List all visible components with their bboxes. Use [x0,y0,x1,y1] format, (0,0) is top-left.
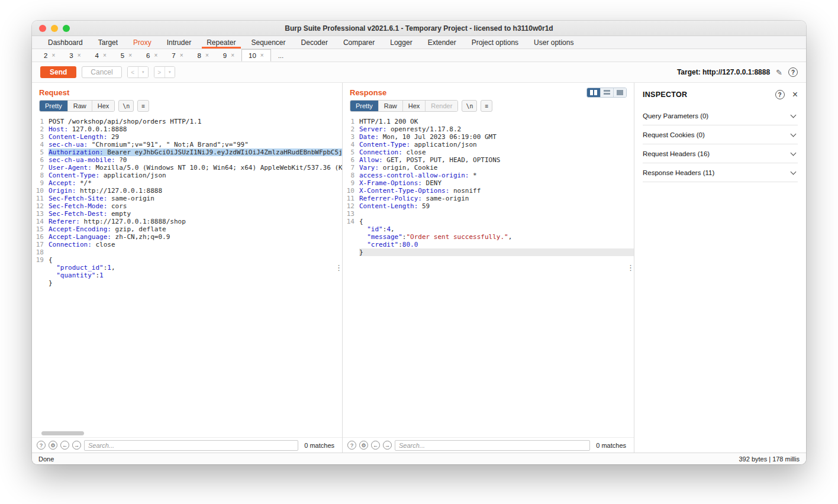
cancel-button[interactable]: Cancel [82,66,121,78]
menu-tab-project-options[interactable]: Project options [464,36,526,49]
search-previous-icon[interactable]: ← [60,441,69,450]
close-tab-icon[interactable]: × [103,52,107,59]
menu-tab-comparer[interactable]: Comparer [336,36,382,49]
search-settings-icon[interactable]: ⚙ [49,441,57,450]
response-view-tab-pretty[interactable]: Pretty [350,101,379,111]
code-text: HTTP/1.1 200 OK [359,118,634,125]
menu-tab-proxy[interactable]: Proxy [125,36,159,49]
code-text: { [359,218,634,225]
line-number: 2 [32,125,49,133]
request-view-tab-hex[interactable]: Hex [92,101,115,111]
history-back-dropdown-icon[interactable]: ▾ [138,67,148,77]
repeater-tab-8[interactable]: 8× [191,49,216,62]
code-segment: Vary: [359,164,379,172]
inspector-section-request-cookies[interactable]: Request Cookies (0) [643,125,798,144]
response-view-tab-raw[interactable]: Raw [379,101,403,111]
repeater-tab-2[interactable]: 2× [37,49,62,62]
code-text: Content-Type: application/json [49,172,342,179]
menu-tab-logger[interactable]: Logger [382,36,420,49]
menu-tab-extender[interactable]: Extender [420,36,464,49]
repeater-tab-overflow[interactable]: ... [271,49,291,62]
repeater-tab-10[interactable]: 10× [241,49,271,62]
request-newline-toggle[interactable]: \n [118,100,134,112]
layout-tabs-button[interactable] [613,88,626,97]
request-panel: Request PrettyRawHex \n ≡ 1POST /worksho… [32,83,342,453]
response-inspector-divider[interactable]: ⋮ [634,83,634,453]
response-search-input[interactable] [395,440,590,451]
search-next-icon[interactable]: → [383,441,392,450]
close-tab-icon[interactable]: × [51,52,55,59]
resize-grip-icon[interactable]: ⋮ [627,265,634,271]
search-help-icon[interactable]: ? [37,441,46,450]
request-search-input[interactable] [84,440,298,451]
chevron-down-icon [791,131,797,137]
resize-grip-icon[interactable]: ⋮ [335,265,343,271]
code-segment: zh-CN,zh;q=0.9 [111,233,170,241]
history-forward-dropdown-icon[interactable]: ▾ [165,67,175,77]
close-window-button[interactable] [39,25,46,32]
repeater-tab-4[interactable]: 4× [88,49,114,62]
menu-tab-target[interactable]: Target [91,36,125,49]
inspector-section-query-parameters[interactable]: Query Parameters (0) [643,106,798,125]
line-number: 13 [343,210,359,218]
window-title: Burp Suite Professional v2021.6.1 - Temp… [285,24,553,33]
code-segment: "message" [359,233,402,241]
menu-tab-repeater[interactable]: Repeater [199,36,243,49]
response-view-tab-hex[interactable]: Hex [403,101,426,111]
close-tab-icon[interactable]: × [205,52,209,59]
inspector-close-icon[interactable]: × [792,90,798,99]
request-response-divider[interactable]: ⋮ [342,83,343,453]
response-newline-toggle[interactable]: \n [462,100,477,112]
repeater-tab-9[interactable]: 9× [216,49,241,62]
code-segment: Sec-Fetch-Site: [49,195,107,202]
close-tab-icon[interactable]: × [154,52,157,59]
inspector-section-request-headers[interactable]: Request Headers (16) [643,144,798,163]
request-view-tab-pretty[interactable]: Pretty [40,101,68,111]
search-help-icon[interactable]: ? [347,441,356,450]
menu-tab-user-options[interactable]: User options [526,36,581,49]
request-horizontal-scrollbar[interactable] [41,431,84,435]
request-editor[interactable]: 1POST /workshop/api/shop/orders HTTP/1.1… [32,116,342,437]
send-button[interactable]: Send [40,66,76,78]
code-segment: { [359,218,363,225]
close-tab-icon[interactable]: × [128,52,132,59]
line-number: 5 [343,148,359,156]
inspector-help-icon[interactable]: ? [775,90,785,99]
close-tab-icon[interactable]: × [180,52,183,59]
line-number: 18 [32,248,49,256]
edit-target-icon[interactable]: ✎ [776,68,782,77]
response-editor[interactable]: 1HTTP/1.1 200 OK2Server: openresty/1.17.… [343,116,634,437]
request-view-tab-raw[interactable]: Raw [68,101,92,111]
close-tab-icon[interactable]: × [260,52,264,59]
code-segment: empty [107,210,131,218]
zoom-window-button[interactable] [63,25,70,32]
line-number [343,241,359,248]
close-tab-icon[interactable]: × [78,52,81,59]
repeater-tab-7[interactable]: 7× [165,49,190,62]
repeater-tab-5[interactable]: 5× [114,49,139,62]
history-forward-button[interactable]: > [154,67,165,77]
help-icon[interactable]: ? [788,67,798,77]
search-previous-icon[interactable]: ← [371,441,380,450]
minimize-window-button[interactable] [51,25,58,32]
layout-rows-button[interactable] [600,88,613,97]
close-tab-icon[interactable]: × [231,52,234,59]
code-text: Sec-Fetch-Site: same-origin [49,195,342,202]
menu-tab-dashboard[interactable]: Dashboard [40,36,91,49]
repeater-tab-3[interactable]: 3× [62,49,88,62]
code-text [359,210,634,218]
code-segment: * [469,172,476,179]
response-view-tab-render[interactable]: Render [426,101,457,111]
response-editor-menu-button[interactable]: ≡ [481,100,492,112]
repeater-tab-6[interactable]: 6× [139,49,165,62]
menu-tab-sequencer[interactable]: Sequencer [244,36,294,49]
history-back-button[interactable]: < [128,67,138,77]
inspector-section-response-headers[interactable]: Response Headers (11) [643,163,798,182]
menu-tab-intruder[interactable]: Intruder [159,36,199,49]
code-segment: Connection: [359,148,402,156]
search-settings-icon[interactable]: ⚙ [359,441,368,450]
menu-tab-decoder[interactable]: Decoder [294,36,336,49]
request-editor-menu-button[interactable]: ≡ [137,100,149,112]
search-next-icon[interactable]: → [72,441,81,450]
layout-columns-button[interactable] [587,88,600,97]
